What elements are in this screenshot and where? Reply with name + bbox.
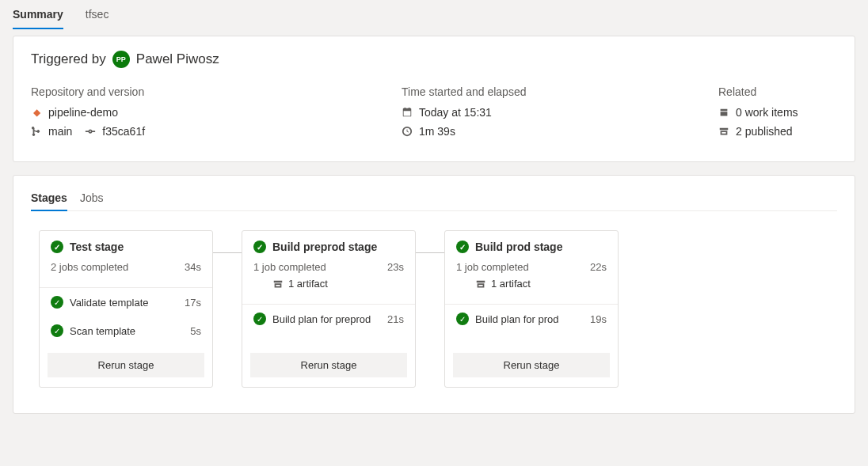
- tab-jobs[interactable]: Jobs: [80, 185, 104, 210]
- work-items-text: 0 work items: [736, 106, 798, 119]
- job-name: Validate template: [70, 297, 178, 309]
- stage-title: Test stage: [70, 241, 124, 253]
- job-name: Scan template: [70, 325, 184, 337]
- success-icon: ✓: [51, 324, 63, 337]
- started-text: Today at 15:31: [419, 106, 492, 119]
- artifact-text: 1 artifact: [491, 278, 531, 290]
- commit-sha: f35ca61f: [102, 125, 145, 138]
- artifact-text: 1 artifact: [288, 278, 328, 290]
- stage-card-prod[interactable]: ✓ Build prod stage 1 job completed 22s 1…: [444, 230, 619, 388]
- avatar[interactable]: PP: [112, 51, 130, 68]
- rerun-stage-button[interactable]: Rerun stage: [250, 353, 407, 377]
- tab-summary[interactable]: Summary: [13, 0, 73, 28]
- work-items-link[interactable]: 0 work items: [718, 106, 837, 119]
- artifact-icon: [475, 278, 486, 290]
- job-name: Build plan for prod: [475, 313, 584, 325]
- stage-summary: 2 jobs completed: [51, 261, 128, 273]
- success-icon: ✓: [253, 241, 266, 253]
- stage-title: Build prod stage: [475, 241, 562, 253]
- stage-connector: [416, 252, 444, 253]
- success-icon: ✓: [51, 241, 63, 253]
- commit-icon: [85, 126, 96, 137]
- job-row[interactable]: ✓ Scan template 5s: [40, 316, 212, 345]
- triggered-by: Triggered by PP Pawel Piwosz: [31, 51, 837, 68]
- tab-tfsec[interactable]: tfsec: [86, 0, 119, 28]
- stage-duration: 23s: [387, 261, 404, 273]
- related-column: Related 0 work items 2 published: [718, 85, 837, 144]
- job-duration: 5s: [190, 325, 201, 337]
- artifact-icon: [272, 278, 284, 290]
- job-row[interactable]: ✓ Build plan for preprod 21s: [242, 305, 415, 333]
- calendar-icon: [402, 107, 413, 118]
- triggered-by-label: Triggered by: [31, 51, 106, 67]
- time-heading: Time started and elapsed: [402, 85, 687, 98]
- job-row[interactable]: ✓ Validate template 17s: [40, 288, 212, 316]
- published-text: 2 published: [736, 125, 793, 138]
- artifact-link[interactable]: 1 artifact: [475, 278, 607, 290]
- success-icon: ✓: [456, 313, 469, 325]
- published-link[interactable]: 2 published: [718, 125, 837, 138]
- rerun-stage-button[interactable]: Rerun stage: [453, 353, 610, 377]
- branch-name: main: [48, 125, 72, 138]
- triggered-by-name[interactable]: Pawel Piwosz: [136, 51, 219, 67]
- stage-card-preprod[interactable]: ✓ Build preprod stage 1 job completed 23…: [242, 230, 416, 388]
- artifact-link[interactable]: 1 artifact: [272, 278, 404, 290]
- commit-link[interactable]: f35ca61f: [85, 125, 145, 138]
- stage-duration: 22s: [590, 261, 607, 273]
- stage-connector: [213, 252, 242, 253]
- git-repo-icon: ◆: [31, 107, 42, 118]
- time-started: Today at 15:31: [402, 106, 687, 119]
- run-summary-card: Triggered by PP Pawel Piwosz Repository …: [13, 36, 855, 162]
- success-icon: ✓: [253, 313, 266, 325]
- repo-name: pipeline-demo: [48, 106, 118, 119]
- repo-heading: Repository and version: [31, 85, 370, 98]
- stages-tabs: Stages Jobs: [31, 185, 837, 211]
- stage-card-test[interactable]: ✓ Test stage 2 jobs completed 34s ✓ Vali…: [39, 230, 213, 388]
- tab-stages[interactable]: Stages: [31, 185, 67, 210]
- job-duration: 21s: [387, 313, 404, 325]
- time-elapsed: 1m 39s: [402, 125, 687, 138]
- summary-tabs: Summary tfsec: [0, 0, 868, 29]
- clock-icon: [402, 126, 413, 137]
- job-duration: 19s: [590, 313, 607, 325]
- job-duration: 17s: [185, 297, 201, 309]
- stage-summary: 1 job completed: [253, 261, 326, 273]
- related-heading: Related: [718, 85, 837, 98]
- rerun-stage-button[interactable]: Rerun stage: [48, 353, 204, 377]
- elapsed-text: 1m 39s: [419, 125, 455, 138]
- stages-card: Stages Jobs ✓ Test stage 2 jobs complete…: [13, 175, 855, 414]
- repo-version-column: Repository and version ◆ pipeline-demo m…: [31, 85, 370, 144]
- job-name: Build plan for preprod: [272, 313, 381, 325]
- branch-link[interactable]: main: [31, 125, 72, 138]
- stage-row: ✓ Test stage 2 jobs completed 34s ✓ Vali…: [31, 230, 837, 396]
- job-row[interactable]: ✓ Build plan for prod 19s: [445, 305, 618, 333]
- branch-icon: [31, 126, 42, 137]
- time-column: Time started and elapsed Today at 15:31 …: [402, 85, 687, 144]
- work-items-icon: [718, 107, 729, 118]
- success-icon: ✓: [51, 296, 63, 309]
- stage-summary: 1 job completed: [456, 261, 529, 273]
- artifact-icon: [718, 126, 729, 137]
- stage-duration: 34s: [185, 261, 201, 273]
- success-icon: ✓: [456, 241, 469, 253]
- stage-title: Build preprod stage: [272, 241, 377, 253]
- repo-link[interactable]: ◆ pipeline-demo: [31, 106, 370, 119]
